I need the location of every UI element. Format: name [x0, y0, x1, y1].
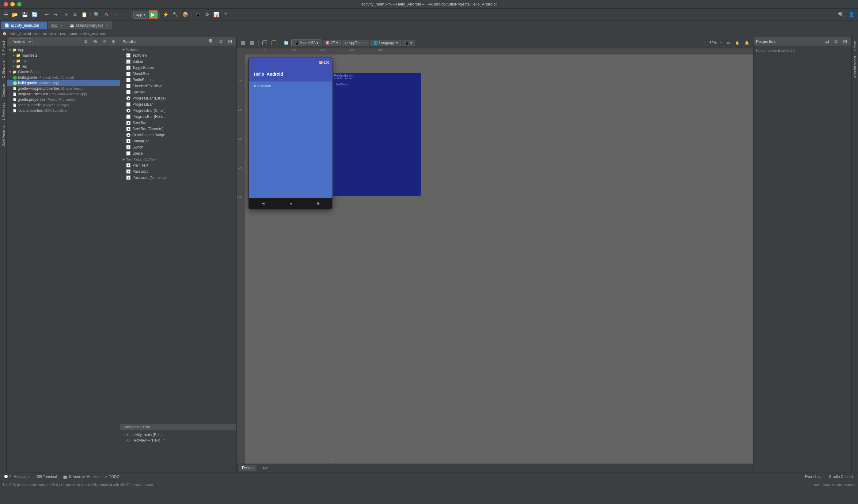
attach-debugger-button[interactable]: ⚡: [161, 11, 170, 19]
palette-item-quickcontactbadge[interactable]: ◉ QuickContactBadge: [120, 132, 236, 138]
deploy-button[interactable]: 📦: [181, 11, 190, 19]
undo-button[interactable]: ↩: [43, 11, 50, 19]
design-view-split-button[interactable]: [239, 40, 247, 46]
tree-item-gradle-props[interactable]: 📄 gradle.properties (Project Properties): [7, 97, 120, 102]
theme-selector[interactable]: ⊙ AppTheme: [342, 40, 369, 46]
tree-item-java[interactable]: ▶ 📁 java: [7, 58, 120, 64]
palette-item-password[interactable]: ⊞ Password: [120, 168, 236, 175]
app-dropdown[interactable]: app ▾: [133, 11, 148, 19]
design-toggle-blueprint[interactable]: [261, 40, 269, 46]
breadcrumb-item-2[interactable]: src: [42, 32, 47, 35]
sync-button[interactable]: 🔄: [30, 11, 39, 19]
back-button[interactable]: ←: [113, 11, 121, 19]
tab-text[interactable]: Text: [258, 466, 271, 471]
refresh-button[interactable]: 🔔: [743, 40, 751, 46]
messages-window[interactable]: 💬 0: Messages: [1, 474, 33, 479]
palette-item-checkedtextview[interactable]: ✓ CheckedTextView: [120, 83, 236, 89]
side-tab-project[interactable]: 1: Project: [1, 38, 6, 58]
run-button[interactable]: ▶: [148, 11, 158, 19]
palette-item-checkbox[interactable]: ✓ CheckBox: [120, 71, 236, 77]
breadcrumb-item-5[interactable]: layout: [68, 32, 77, 35]
tree-item-settings-gradle[interactable]: 📄 settings.gradle (Project Settings): [7, 102, 120, 108]
maximize-button[interactable]: [17, 2, 21, 6]
properties-collapse-icon[interactable]: ⊟: [841, 38, 849, 46]
tree-item-gradle-wrapper[interactable]: 📄 gradle-wrapper.properties (Gradle Vers…: [7, 86, 120, 91]
avd-button[interactable]: 📱: [193, 11, 203, 19]
resize-handle[interactable]: ↘: [330, 457, 334, 462]
palette-group-widgets-header[interactable]: ▶ Widgets: [120, 47, 236, 52]
tab-design[interactable]: Design: [239, 465, 256, 471]
language-selector[interactable]: 🌐 Language ▾: [370, 40, 400, 46]
palette-item-ratingbar[interactable]: ★ RatingBar: [120, 138, 236, 144]
build-button[interactable]: 🔨: [171, 11, 180, 19]
file-tab-activity-main[interactable]: 📄 activity_main.xml ✕: [1, 21, 47, 29]
file-tab-app[interactable]: app ✕: [48, 21, 66, 29]
side-tab-android-model[interactable]: Android Model: [852, 53, 858, 80]
forward-button[interactable]: →: [122, 11, 130, 19]
tree-item-build-gradle-module[interactable]: ⬤ build.gradle (Module: app): [7, 80, 120, 86]
palette-item-progressbar-horiz[interactable]: ― ProgressBar (Horiz...: [120, 114, 236, 120]
side-tab-gradle[interactable]: Gradle: [852, 38, 858, 53]
api-selector[interactable]: 🎯 27 ▾: [323, 40, 340, 46]
properties-link-icon[interactable]: ⇄: [823, 38, 831, 46]
pan-button[interactable]: ✋: [734, 40, 741, 46]
nav-back-icon[interactable]: ◄: [261, 201, 265, 206]
palette-item-plaintext[interactable]: ⊞ Plain Text: [120, 162, 236, 168]
todo-window[interactable]: ✓ TODO: [102, 474, 122, 479]
settings-button[interactable]: 👤: [847, 11, 856, 19]
gradle-console-button[interactable]: Gradle Console: [826, 474, 857, 479]
tree-item-app[interactable]: ▶ 📁 app: [7, 47, 120, 53]
design-toggle-design[interactable]: [270, 40, 278, 46]
palette-item-space[interactable]: □ Space: [120, 150, 236, 157]
side-tab-favorites[interactable]: 2: Favorites: [1, 100, 6, 123]
form-factor-selector[interactable]: 📱 ▾: [402, 40, 415, 46]
blueprint-content[interactable]: TextView: [333, 79, 421, 196]
palette-item-radiobutton[interactable]: ○ RadioButton: [120, 77, 236, 83]
open-button[interactable]: 📂: [11, 11, 20, 19]
nav-home-icon[interactable]: ●: [290, 201, 292, 206]
palette-item-progressbar-large[interactable]: ◉ ProgressBar (Large): [120, 95, 236, 101]
palette-item-togglebutton[interactable]: T ToggleButton: [120, 65, 236, 71]
tree-item-manifests[interactable]: ▶ 📁 manifests: [7, 53, 120, 58]
device-selector[interactable]: 📱 XiaoMi5A ▾: [291, 39, 321, 46]
palette-group-textfields-header[interactable]: ▶ Text Fields (EditText): [120, 157, 236, 162]
file-tab-close-1[interactable]: ✕: [42, 24, 44, 27]
file-tab-main-activity[interactable]: ☕ MainActivity.java ✕: [66, 21, 112, 29]
palette-settings-icon[interactable]: ⚙: [217, 38, 225, 46]
redo-button[interactable]: ↪: [51, 11, 59, 19]
ct-item-activity-main[interactable]: ▼ ⊞ activity_main (Relati...: [120, 432, 236, 438]
properties-settings-icon[interactable]: ⚙: [832, 38, 840, 46]
cut-button[interactable]: ✂: [63, 11, 70, 19]
paste-button[interactable]: 📋: [80, 11, 89, 19]
tree-item-gradle-scripts[interactable]: ▶ 📁 Gradle Scripts: [7, 69, 120, 75]
replace-button[interactable]: ⊙: [102, 11, 110, 19]
blueprint-resize-handle[interactable]: ↘: [418, 193, 423, 197]
gear-icon[interactable]: ⊞: [109, 38, 117, 46]
zoom-in-button[interactable]: +: [718, 40, 724, 46]
tree-item-local-props[interactable]: 📄 local.properties (SDK Location): [7, 108, 120, 113]
file-tab-close-2[interactable]: ✕: [60, 24, 63, 27]
palette-search-icon[interactable]: 🔍: [207, 38, 216, 46]
structure-button[interactable]: 📊: [212, 11, 221, 19]
copy-button[interactable]: ⧉: [71, 11, 79, 19]
find-button[interactable]: 🔍: [92, 11, 101, 19]
event-log-button[interactable]: Event Log: [803, 474, 824, 479]
design-view-single-button[interactable]: [248, 40, 256, 46]
palette-item-seekbar[interactable]: ◉ SeekBar: [120, 120, 236, 126]
close-button[interactable]: [4, 2, 8, 6]
file-tab-close-3[interactable]: ✕: [106, 24, 109, 27]
palette-item-progressbar-small[interactable]: ◉ ProgressBar (Small): [120, 108, 236, 114]
palette-view-icon[interactable]: ⊟: [226, 38, 234, 46]
search-button[interactable]: 🔍: [837, 11, 846, 19]
menu-button[interactable]: ☰: [2, 11, 10, 19]
blueprint-textview[interactable]: TextView: [334, 82, 349, 87]
breadcrumb-item-6[interactable]: activity_main.xml: [80, 32, 106, 35]
zoom-out-button[interactable]: −: [702, 40, 708, 46]
sdk-button[interactable]: ⚙: [203, 11, 211, 19]
breadcrumb-item-4[interactable]: res: [60, 32, 65, 35]
orientation-button[interactable]: 🔄: [283, 40, 290, 46]
palette-item-spinner[interactable]: ▽ Spinner: [120, 89, 236, 95]
breadcrumb-item-0[interactable]: Hello_Android: [10, 32, 31, 35]
tree-item-proguard[interactable]: 📄 proguard-rules.pro (ProGuard Rules for…: [7, 91, 120, 97]
minimize-button[interactable]: [11, 2, 15, 6]
